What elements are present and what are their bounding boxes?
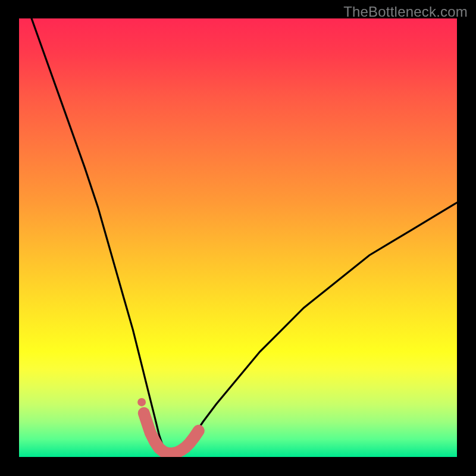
watermark-text: TheBottleneck.com <box>343 4 468 20</box>
plot-area <box>19 18 457 457</box>
highlight-band-path <box>144 413 199 453</box>
chart-svg <box>19 18 457 457</box>
highlight-dot <box>137 398 146 406</box>
chart-frame: TheBottleneck.com <box>0 0 476 476</box>
bottleneck-curve-path <box>19 18 457 453</box>
